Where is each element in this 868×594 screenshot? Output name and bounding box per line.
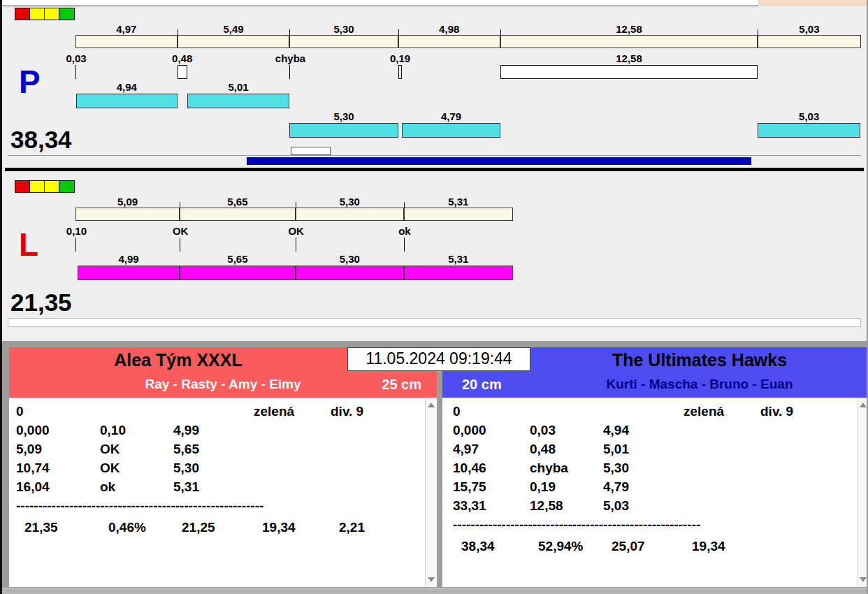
team-members: Ray - Rasty - Amy - Eimy: [9, 372, 437, 398]
light-yellow-icon: [45, 8, 59, 20]
p-run-bar: 5,03: [758, 110, 860, 138]
p-split-segment: 5,49: [178, 23, 290, 48]
result-cell: 5,01: [603, 440, 629, 458]
l-penalty-marker: ok: [404, 225, 405, 252]
bar-value-label: 5,49: [223, 23, 243, 35]
bar-box: [404, 266, 513, 280]
bar-value-label: 5,65: [227, 253, 247, 266]
l-empty-progress-track: [8, 318, 861, 327]
results-table-left[interactable]: 0zelenádiv. 90,0000,104,995,09OK5,6510,7…: [9, 398, 437, 587]
result-cell: 0,000: [453, 421, 486, 440]
scroll-down-icon[interactable]: [428, 577, 435, 582]
tick-mark: [758, 29, 758, 35]
l-penalty-marker: OK: [180, 225, 181, 252]
results-table-right[interactable]: 0zelenádiv. 90,0000,034,944,970,485,0110…: [442, 398, 868, 587]
bar-box: [296, 208, 404, 221]
datetime-display: 11.05.2024 09:19:44: [347, 347, 530, 371]
result-cell: 19,34: [692, 537, 725, 556]
lane-panel-p: 4,975,495,304,9812,585,03 0,030,48chyba0…: [2, 7, 867, 168]
bar-value-label: 4,79: [441, 110, 461, 123]
bar-box: [187, 94, 290, 108]
tick-mark: [296, 202, 296, 208]
result-cell: ----------------------------------------…: [453, 515, 700, 534]
bar-box: [180, 266, 296, 280]
result-cell: 52,94%: [538, 537, 583, 556]
start-lights: [15, 180, 75, 193]
p-progress-bar: [247, 157, 751, 165]
p-penalty-marker: 12,58: [500, 52, 758, 79]
bar-box: [75, 35, 178, 48]
p-split-bar: 4,975,495,304,9812,585,03: [2, 23, 867, 48]
result-cell: 33,31: [453, 496, 486, 515]
tick-mark: [500, 29, 501, 35]
team-panel-right: The Ultimates Hawks 20 cm Kurti - Mascha…: [442, 347, 868, 587]
p-run-bar: 4,94: [76, 80, 178, 108]
bar-value-label: 4,94: [117, 80, 137, 94]
background-window-fragment: [758, 0, 867, 6]
p-penalty-marker: 0,03: [75, 52, 77, 79]
result-cell: 0: [453, 402, 461, 421]
result-cell: zelená: [683, 402, 724, 421]
result-cell: chyba: [530, 458, 568, 477]
result-cell: 4,97: [453, 440, 479, 458]
result-cell: 0,03: [530, 421, 556, 440]
p-run-row-1: 4,945,01: [2, 80, 867, 108]
result-cell: 0,000: [16, 421, 50, 440]
bar-value-label: 5,03: [799, 23, 819, 35]
bar-value-label: 5,31: [448, 196, 468, 208]
l-split-segment: 5,30: [296, 196, 404, 221]
bar-box: [404, 208, 513, 221]
l-run-bar: 4,99: [78, 253, 180, 280]
l-run-bar: 5,65: [180, 253, 296, 280]
bar-box: [289, 35, 398, 48]
result-cell: 12,58: [530, 496, 563, 515]
result-cell: 5,30: [603, 458, 629, 477]
p-penalty-marker: 0,19: [398, 52, 403, 79]
bar-box: [758, 123, 860, 138]
result-row: 0zelenádiv. 9: [9, 402, 437, 421]
p-split-segment: 12,58: [500, 23, 758, 48]
result-row: 0,0000,034,94: [442, 421, 868, 440]
l-run-row: 4,995,655,305,31: [2, 253, 867, 280]
bar-box: [402, 123, 500, 138]
l-split-segment: 5,65: [180, 196, 296, 221]
bar-box: [296, 266, 404, 280]
p-split-segment: 5,30: [289, 23, 398, 48]
timing-app-window: 4,975,495,304,9812,585,03 0,030,48chyba0…: [0, 0, 868, 594]
bar-value-label: 5,03: [799, 110, 819, 123]
result-cell: OK: [100, 440, 120, 458]
p-penalty-row: 0,030,48chyba0,1912,58: [2, 52, 867, 79]
result-cell: ok: [100, 477, 115, 496]
bar-value-label: 12,58: [616, 52, 642, 65]
l-run-bar: 5,31: [404, 253, 513, 280]
result-cell: 19,34: [262, 518, 296, 537]
scroll-down-icon[interactable]: [860, 577, 867, 582]
tick-mark: [398, 29, 399, 35]
bar-box: [180, 208, 296, 221]
team-name: Alea Tým XXXL: [9, 347, 347, 372]
team-name: The Ultimates Hawks: [530, 347, 868, 372]
results-section: Alea Tým XXXL Ray - Rasty - Amy - Eimy 2…: [2, 341, 867, 594]
result-cell: 21,35: [24, 518, 58, 537]
p-run-row-2: 5,304,795,03: [2, 110, 867, 138]
result-row: 5,09OK5,65: [9, 440, 437, 458]
result-cell: 0: [16, 402, 24, 421]
tick-mark: [296, 238, 296, 252]
bar-box: [76, 94, 178, 108]
result-cell: 10,46: [453, 458, 486, 477]
bar-value-label: 5,09: [117, 196, 138, 208]
bar-box: [178, 65, 187, 79]
result-cell: 5,03: [603, 496, 629, 515]
bar-box: [289, 123, 398, 138]
result-cell: 5,65: [173, 440, 199, 458]
result-cell: div. 9: [760, 402, 793, 421]
bar-value-label: 5,30: [334, 110, 354, 123]
result-row: 33,3112,585,03: [442, 496, 868, 515]
bar-value-label: 5,31: [448, 253, 468, 266]
result-row: 4,970,485,01: [442, 440, 868, 458]
lane-panel-l: 5,095,655,305,31 0,10OKOKok L 4,995,655,…: [2, 171, 867, 341]
l-penalty-marker: OK: [296, 225, 297, 252]
bar-value-label: 12,58: [616, 23, 642, 35]
p-baseline: [8, 155, 861, 156]
p-split-segment: 4,98: [398, 23, 500, 48]
